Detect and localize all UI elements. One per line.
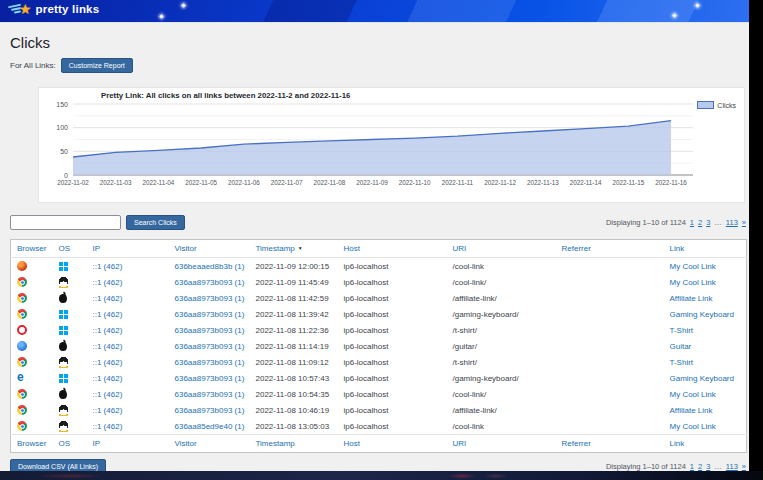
chrome-browser-icon — [17, 293, 27, 303]
search-clicks-button[interactable]: Search Clicks — [126, 215, 185, 230]
referrer-cell — [556, 258, 664, 275]
host-cell: ip6-localhost — [338, 322, 447, 338]
column-header-ip[interactable]: IP — [87, 240, 169, 258]
page-link-113[interactable]: 113 — [726, 462, 738, 471]
uri-cell: /cool-link — [447, 418, 556, 435]
page-link-2[interactable]: 2 — [698, 218, 702, 227]
clicks-area-chart: 0501001502022-11-022022-11-032022-11-042… — [41, 92, 741, 197]
column-header-timestamp[interactable]: Timestamp▼ — [250, 240, 338, 258]
column-header-host[interactable]: Host — [338, 240, 447, 258]
column-header-browser[interactable]: Browser — [11, 240, 53, 258]
column-header-ip[interactable]: IP — [87, 435, 169, 453]
download-csv-button[interactable]: Download CSV (All Links) — [10, 459, 106, 471]
visitor-link[interactable]: 636aa85ed9e40 (1) — [175, 422, 245, 431]
svg-text:2022-11-09: 2022-11-09 — [356, 179, 388, 186]
visitor-link[interactable]: 636beaaed8b3b (1) — [175, 262, 245, 271]
ip-link[interactable]: ::1 (462) — [93, 406, 123, 415]
page-link-3[interactable]: 3 — [706, 218, 710, 227]
pretty-links-logo: ★ pretty links — [8, 2, 99, 16]
ip-link[interactable]: ::1 (462) — [93, 342, 123, 351]
firefox-browser-icon — [17, 261, 27, 271]
visitor-link[interactable]: 636aa8973b093 (1) — [175, 310, 245, 319]
search-input[interactable] — [10, 215, 121, 230]
svg-text:100: 100 — [56, 124, 68, 131]
link-link[interactable]: My Cool Link — [670, 278, 716, 287]
column-header-referrer[interactable]: Referrer — [556, 435, 664, 453]
visitor-link[interactable]: 636aa8973b093 (1) — [175, 374, 245, 383]
link-link[interactable]: Guitar — [670, 342, 692, 351]
next-page-link[interactable]: » — [742, 462, 746, 471]
for-all-links-label: For All Links: — [10, 61, 56, 70]
page-link-113[interactable]: 113 — [726, 218, 738, 227]
visitor-link[interactable]: 636aa8973b093 (1) — [175, 278, 245, 287]
ip-link[interactable]: ::1 (462) — [93, 326, 123, 335]
ip-link[interactable]: ::1 (462) — [93, 310, 123, 319]
svg-text:2022-11-02: 2022-11-02 — [57, 179, 89, 186]
link-link[interactable]: My Cool Link — [670, 262, 716, 271]
link-link[interactable]: Affiliate Link — [670, 294, 713, 303]
page-link-2[interactable]: 2 — [698, 462, 702, 471]
visitor-link[interactable]: 636aa8973b093 (1) — [175, 294, 245, 303]
column-header-link[interactable]: Link — [664, 435, 747, 453]
column-header-host[interactable]: Host — [338, 435, 447, 453]
column-header-link[interactable]: Link — [664, 240, 747, 258]
chrome-browser-icon — [17, 405, 27, 415]
os-cell — [53, 386, 87, 402]
table-row: ::1 (462)636aa8973b093 (1)2022-11-09 11:… — [11, 274, 747, 290]
chrome-browser-icon — [17, 277, 27, 287]
link-link[interactable]: My Cool Link — [670, 390, 716, 399]
ip-link[interactable]: ::1 (462) — [93, 358, 123, 367]
visitor-link[interactable]: 636aa8973b093 (1) — [175, 358, 245, 367]
svg-text:2022-11-12: 2022-11-12 — [484, 179, 516, 186]
chrome-browser-icon — [17, 357, 27, 367]
timestamp-cell: 2022-11-09 11:45:49 — [250, 274, 338, 290]
browser-cell — [11, 370, 53, 386]
page-link-1[interactable]: 1 — [690, 218, 694, 227]
column-header-timestamp[interactable]: Timestamp — [250, 435, 338, 453]
svg-text:2022-11-11: 2022-11-11 — [442, 179, 474, 186]
link-link[interactable]: Gaming Keyboard — [670, 310, 734, 319]
windows-os-icon — [59, 326, 68, 335]
ip-link[interactable]: ::1 (462) — [93, 278, 123, 287]
toolbar: Search Clicks Displaying 1–10 of 1124123… — [10, 215, 746, 230]
visitor-link[interactable]: 636aa8973b093 (1) — [175, 406, 245, 415]
column-header-uri[interactable]: URI — [447, 435, 556, 453]
page-gap: … — [714, 462, 722, 471]
next-page-link[interactable]: » — [742, 218, 746, 227]
column-header-os[interactable]: OS — [53, 240, 87, 258]
column-header-visitor[interactable]: Visitor — [169, 435, 250, 453]
column-header-os[interactable]: OS — [53, 435, 87, 453]
referrer-cell — [556, 386, 664, 402]
table-row: ::1 (462)636aa8973b093 (1)2022-11-08 11:… — [11, 338, 747, 354]
visitor-link[interactable]: 636aa8973b093 (1) — [175, 326, 245, 335]
host-cell: ip6-localhost — [338, 402, 447, 418]
visitor-link[interactable]: 636aa8973b093 (1) — [175, 342, 245, 351]
link-link[interactable]: My Cool Link — [670, 422, 716, 431]
svg-text:2022-11-05: 2022-11-05 — [185, 179, 217, 186]
column-header-browser[interactable]: Browser — [11, 435, 53, 453]
table-row: ::1 (462)636aa8973b093 (1)2022-11-08 11:… — [11, 322, 747, 338]
browser-cell — [11, 306, 53, 322]
customize-report-button[interactable]: Customize Report — [61, 58, 133, 73]
link-link[interactable]: Affiliate Link — [670, 406, 713, 415]
link-link[interactable]: T-Shirt — [670, 326, 694, 335]
os-cell — [53, 354, 87, 370]
ip-link[interactable]: ::1 (462) — [93, 294, 123, 303]
column-header-referrer[interactable]: Referrer — [556, 240, 664, 258]
ip-link[interactable]: ::1 (462) — [93, 374, 123, 383]
ip-link[interactable]: ::1 (462) — [93, 262, 123, 271]
svg-text:2022-11-13: 2022-11-13 — [527, 179, 559, 186]
page-link-1[interactable]: 1 — [690, 462, 694, 471]
windows-os-icon — [59, 374, 68, 383]
windows-os-icon — [59, 262, 68, 271]
windows-os-icon — [59, 310, 68, 319]
visitor-link[interactable]: 636aa8973b093 (1) — [175, 390, 245, 399]
clicks-table: BrowserOSIPVisitorTimestamp▼HostURIRefer… — [10, 239, 747, 453]
ip-link[interactable]: ::1 (462) — [93, 422, 123, 431]
column-header-uri[interactable]: URI — [447, 240, 556, 258]
link-link[interactable]: Gaming Keyboard — [670, 374, 734, 383]
column-header-visitor[interactable]: Visitor — [169, 240, 250, 258]
page-link-3[interactable]: 3 — [706, 462, 710, 471]
ip-link[interactable]: ::1 (462) — [93, 390, 123, 399]
link-link[interactable]: T-Shirt — [670, 358, 694, 367]
